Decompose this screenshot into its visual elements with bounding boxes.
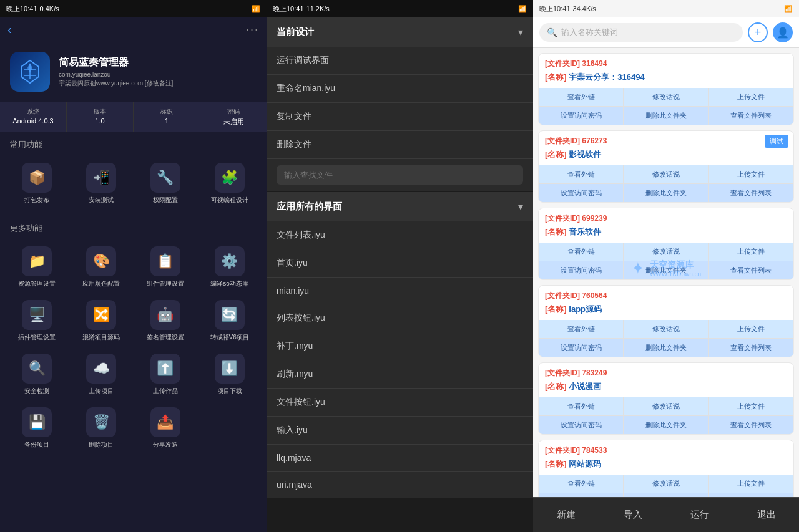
- action-view-files-4[interactable]: 查看文件列表: [709, 416, 793, 434]
- grid-label-obfuscate: 混淆项目源码: [82, 334, 120, 341]
- p2-menu-delete[interactable]: 删除文件: [267, 131, 533, 159]
- folder-card-2: [文件夹ID] 699239 [名称] 音乐软件 查看外链 修改话说 上传文件 …: [538, 208, 794, 280]
- p1-section2-title: 更多功能: [0, 215, 267, 238]
- grid-item-obfuscate[interactable]: 🔀 混淆项目源码: [69, 294, 134, 347]
- p2-screen-file-btn[interactable]: 文件按钮.iyu: [267, 389, 533, 417]
- p2-screen-home[interactable]: 首页.iyu: [267, 249, 533, 278]
- action-view-link-0[interactable]: 查看外链: [539, 88, 623, 106]
- grid-item-compile[interactable]: ⚙️ 编译so动态库: [197, 240, 262, 294]
- grid-item-security[interactable]: 🔍 安全检测: [5, 347, 69, 401]
- action-set-password-0[interactable]: 设置访问密码: [539, 107, 623, 125]
- p1-more-button[interactable]: ···: [246, 23, 259, 36]
- action-view-link-4[interactable]: 查看外链: [539, 397, 623, 415]
- grid-item-install[interactable]: 📲 安装测试: [69, 157, 134, 210]
- action-view-files-3[interactable]: 查看文件列表: [709, 339, 793, 357]
- obfuscate-icon: 🔀: [86, 300, 116, 330]
- action-view-files-0[interactable]: 查看文件列表: [709, 107, 793, 125]
- action-view-link-1[interactable]: 查看外链: [539, 165, 623, 183]
- grid-label-compile: 编译so动态库: [210, 280, 248, 288]
- action-edit-desc-1[interactable]: 修改话说: [624, 165, 708, 183]
- action-upload-file-2[interactable]: 上传文件: [709, 243, 793, 261]
- p2-screen-mian[interactable]: mian.iyu: [267, 278, 533, 304]
- grid-item-upload-work[interactable]: ⬆️ 上传作品: [134, 347, 198, 401]
- p2-chevron-down-icon: ▾: [518, 26, 523, 38]
- grid-item-download[interactable]: ⬇️ 项目下载: [197, 347, 262, 401]
- action-upload-file-1[interactable]: 上传文件: [709, 165, 793, 183]
- action-view-link-2[interactable]: 查看外链: [539, 243, 623, 261]
- meta-password: 密码 未启用: [200, 102, 267, 132]
- p1-nav: ‹: [7, 22, 12, 37]
- folder-name-3: [名称] iapp源码: [539, 302, 793, 320]
- action-delete-folder-2[interactable]: 删除此文件夹: [624, 261, 708, 279]
- action-delete-folder-4[interactable]: 删除此文件夹: [624, 416, 708, 434]
- p2-screen-uri[interactable]: uri.mjava: [267, 472, 533, 498]
- action-view-files-1[interactable]: 查看文件列表: [709, 184, 793, 202]
- action-set-password-4[interactable]: 设置访问密码: [539, 416, 623, 434]
- p2-screen-input[interactable]: 输入.iyu: [267, 417, 533, 445]
- action-upload-file-0[interactable]: 上传文件: [709, 88, 793, 106]
- grid-item-upload-project[interactable]: ☁️ 上传项目: [69, 347, 134, 401]
- p3-search-wrapper[interactable]: 🔍 输入名称关键词: [539, 23, 743, 42]
- grid-item-component[interactable]: 📋 组件管理设置: [134, 240, 198, 294]
- grid-item-plugin[interactable]: 🖥️ 插件管理设置: [5, 294, 69, 347]
- p2-menu-copy[interactable]: 复制文件: [267, 103, 533, 131]
- action-view-link-3[interactable]: 查看外链: [539, 320, 623, 338]
- p2-screen-refresh[interactable]: 刷新.myu: [267, 360, 533, 389]
- action-edit-desc-5[interactable]: 修改话说: [624, 475, 708, 493]
- p2-new-button[interactable]: 新建: [544, 505, 588, 525]
- grid-item-backup[interactable]: 💾 备份项目: [5, 401, 69, 455]
- grid-item-color[interactable]: 🎨 应用颜色配置: [69, 240, 134, 294]
- p3-speed: 34.4K/s: [573, 5, 596, 12]
- action-delete-folder-1[interactable]: 删除此文件夹: [624, 184, 708, 202]
- action-upload-file-4[interactable]: 上传文件: [709, 397, 793, 415]
- action-set-password-2[interactable]: 设置访问密码: [539, 261, 623, 279]
- grid-item-resource[interactable]: 📁 资源管理设置: [5, 240, 69, 294]
- p3-status-bar: 晚上10:41 34.4K/s 📶: [533, 0, 799, 17]
- grid-item-package[interactable]: 📦 打包发布: [5, 157, 69, 210]
- grid-item-visual[interactable]: 🧩 可视编程设计: [197, 157, 262, 210]
- folder-actions-0: 查看外链 修改话说 上传文件 设置访问密码 删除此文件夹 查看文件列表: [539, 88, 793, 125]
- action-delete-folder-0[interactable]: 删除此文件夹: [624, 107, 708, 125]
- grid-item-sign[interactable]: 🤖 签名管理设置: [134, 294, 198, 347]
- p2-run-button[interactable]: 运行: [678, 505, 722, 525]
- action-view-files-2[interactable]: 查看文件列表: [709, 261, 793, 279]
- grid-item-convert[interactable]: 🔄 转成裕V6项目: [197, 294, 262, 347]
- p2-status-right: 📶: [518, 5, 527, 13]
- p2-exit-button[interactable]: 退出: [745, 505, 788, 525]
- p2-import-button[interactable]: 导入: [611, 505, 655, 525]
- p2-find-file-input[interactable]: [277, 165, 523, 185]
- action-upload-file-5[interactable]: 上传文件: [709, 475, 793, 493]
- action-edit-desc-0[interactable]: 修改话说: [624, 88, 708, 106]
- p2-menu-run-debug[interactable]: 运行调试界面: [267, 47, 533, 75]
- p2-bottom-bar: 新建 导入 运行 退出: [533, 497, 799, 532]
- p2-current-design-title: 当前设计: [277, 26, 314, 38]
- p2-speed: 11.2K/s: [306, 5, 330, 12]
- p2-screen-list-btn[interactable]: 列表按钮.iyu: [267, 304, 533, 332]
- p2-current-design-header[interactable]: 当前设计 ▾: [267, 17, 533, 47]
- p2-all-screens-header[interactable]: 应用所有的界面 ▾: [267, 192, 533, 221]
- p3-add-button[interactable]: +: [748, 22, 768, 42]
- grid-item-permission[interactable]: 🔧 权限配置: [134, 157, 198, 210]
- action-edit-desc-3[interactable]: 修改话说: [624, 320, 708, 338]
- p1-time: 晚上10:41: [6, 4, 37, 14]
- p2-signal-icon: 📶: [518, 5, 527, 13]
- grid-item-delete[interactable]: 🗑️ 删除项目: [69, 401, 134, 455]
- p2-screen-llq[interactable]: llq.mjava: [267, 445, 533, 472]
- meta-id: 标识 1: [134, 102, 200, 132]
- action-upload-file-3[interactable]: 上传文件: [709, 320, 793, 338]
- folder-name-1: [名称] 影视软件: [539, 148, 793, 165]
- action-edit-desc-4[interactable]: 修改话说: [624, 397, 708, 415]
- action-view-link-5[interactable]: 查看外链: [539, 475, 623, 493]
- p2-screen-file-list[interactable]: 文件列表.iyu: [267, 221, 533, 249]
- grid-label-visual: 可视编程设计: [211, 196, 248, 204]
- meta-password-value: 未启用: [204, 117, 263, 127]
- grid-item-share[interactable]: 📤 分享发送: [134, 401, 198, 455]
- p2-screen-patch[interactable]: 补丁.myu: [267, 332, 533, 360]
- p2-menu-rename[interactable]: 重命名mian.iyu: [267, 75, 533, 103]
- action-set-password-3[interactable]: 设置访问密码: [539, 339, 623, 357]
- p3-avatar[interactable]: 👤: [773, 22, 793, 42]
- p1-back-button[interactable]: ‹: [7, 22, 12, 37]
- action-delete-folder-3[interactable]: 删除此文件夹: [624, 339, 708, 357]
- action-edit-desc-2[interactable]: 修改话说: [624, 243, 708, 261]
- action-set-password-1[interactable]: 设置访问密码: [539, 184, 623, 202]
